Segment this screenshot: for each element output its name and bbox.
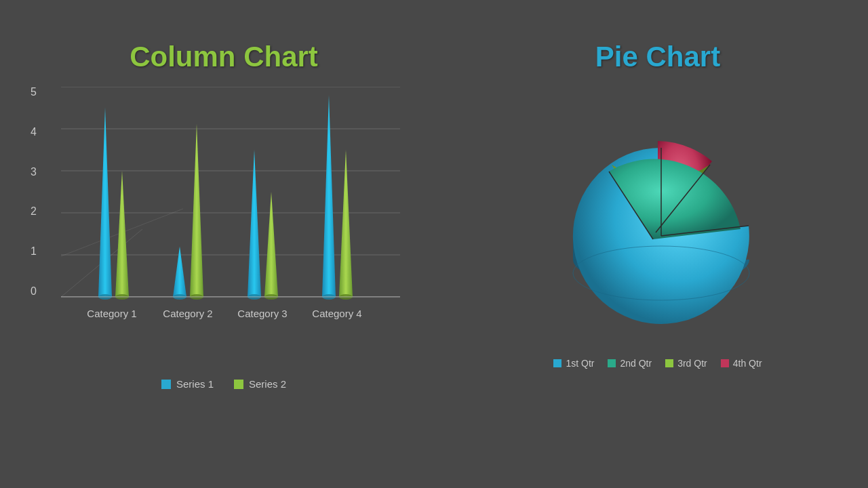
legend-2ndqtr: 2nd Qtr — [608, 358, 652, 369]
x-label-cat1: Category 1 — [87, 308, 136, 319]
legend-series2-label: Series 2 — [249, 378, 286, 390]
column-chart-legend: Series 1 Series 2 — [161, 378, 286, 390]
bar-cat2-s2 — [190, 124, 203, 297]
pie-chart-title: Pie Chart — [595, 41, 720, 73]
bar-cat2-s1 — [173, 247, 186, 297]
x-label-cat2: Category 2 — [163, 308, 212, 319]
bar-cat1-s2 — [115, 171, 129, 297]
y-label-5: 5 — [31, 87, 37, 98]
pie-chart-area — [529, 100, 787, 338]
main-container: Column Chart 5 4 3 2 1 — [0, 0, 868, 488]
bar-cat3-s1 — [248, 150, 261, 297]
column-chart-panel: Column Chart 5 4 3 2 1 — [0, 0, 448, 488]
legend-series2-box — [234, 380, 243, 389]
x-label-cat4: Category 4 — [312, 308, 361, 319]
pie-chart-legend: 1st Qtr 2nd Qtr 3rd Qtr 4th Qtr — [553, 358, 762, 369]
legend-2ndqtr-label: 2nd Qtr — [620, 358, 652, 369]
legend-series1: Series 1 — [161, 378, 214, 390]
bars-svg: Category 1 Category 2 Category 3 Categor… — [61, 87, 400, 331]
bar-cat4-s2 — [339, 150, 353, 297]
y-axis: 5 4 3 2 1 0 — [31, 87, 37, 297]
legend-1stqtr: 1st Qtr — [553, 358, 594, 369]
legend-3rdqtr-box — [665, 359, 673, 367]
x-label-cat3: Category 3 — [237, 308, 287, 319]
bar-cat3-s2 — [264, 192, 278, 297]
legend-series1-box — [161, 380, 171, 389]
y-label-1: 1 — [31, 246, 37, 257]
legend-series1-label: Series 1 — [176, 378, 214, 390]
column-chart-area: 5 4 3 2 1 0 — [61, 87, 414, 338]
legend-3rdqtr-label: 3rd Qtr — [677, 358, 707, 369]
legend-4thqtr-box — [721, 359, 729, 367]
legend-4thqtr-label: 4th Qtr — [733, 358, 762, 369]
y-label-3: 3 — [31, 167, 37, 178]
legend-3rdqtr: 3rd Qtr — [665, 358, 707, 369]
y-label-4: 4 — [31, 127, 37, 138]
bar-cat4-s1 — [322, 95, 336, 297]
y-label-0: 0 — [31, 286, 37, 297]
pie-chart-panel: Pie Chart — [448, 0, 868, 488]
legend-1stqtr-box — [553, 359, 561, 367]
y-label-2: 2 — [31, 206, 37, 217]
legend-4thqtr: 4th Qtr — [721, 358, 762, 369]
bar-cat1-s1 — [98, 108, 112, 297]
legend-1stqtr-label: 1st Qtr — [566, 358, 594, 369]
pie-svg — [529, 100, 787, 338]
column-chart-title: Column Chart — [130, 41, 318, 73]
legend-2ndqtr-box — [608, 359, 616, 367]
legend-series2: Series 2 — [234, 378, 286, 390]
